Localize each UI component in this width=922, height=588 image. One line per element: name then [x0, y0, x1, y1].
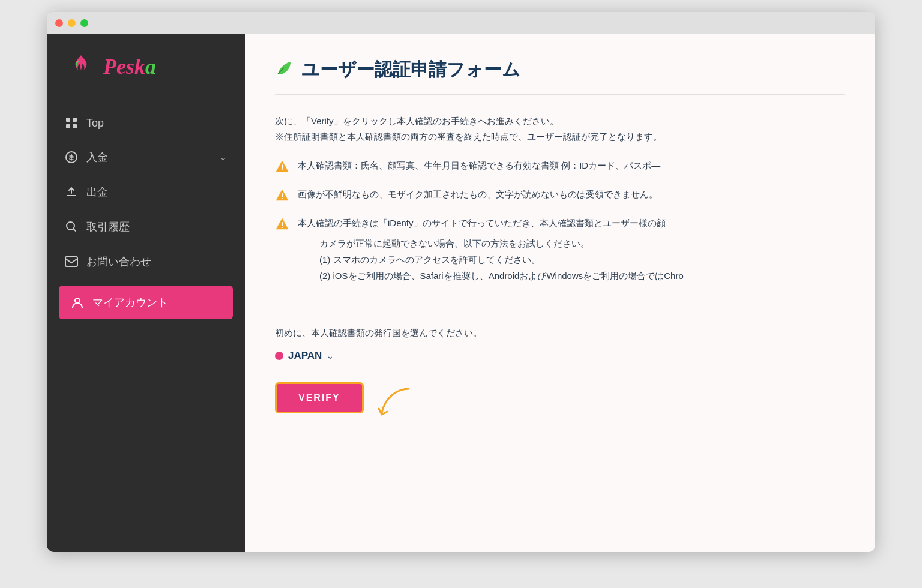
- app-window: Peska Top: [47, 12, 875, 552]
- svg-rect-1: [66, 118, 70, 122]
- warning-text-2: 画像が不鮮明なもの、モザイク加工されたもの、文字が読めないものは受領できません。: [298, 187, 658, 202]
- camera-tip1: (1) スマホのカメラへのアクセスを許可してください。: [319, 251, 684, 268]
- sidebar-item-account-label: マイアカウント: [92, 295, 221, 310]
- camera-notice-title: カメラが正常に起動できない場合、以下の方法をお試しください。: [319, 235, 684, 251]
- warning-item-2: 画像が不鮮明なもの、モザイク加工されたもの、文字が読めないものは受領できません。: [275, 187, 845, 206]
- description-line2: ※住所証明書類と本人確認書類の両方の審査を終えた時点で、ユーザー認証が完了となり…: [275, 129, 845, 145]
- warning-icon-2: [275, 188, 289, 206]
- sidebar-item-contact[interactable]: お問い合わせ: [47, 245, 245, 278]
- warning-icon-1: [275, 160, 289, 178]
- grid-icon: [65, 116, 78, 130]
- svg-rect-3: [66, 124, 70, 128]
- logo-area: Peska: [47, 34, 245, 101]
- camera-tip2: (2) iOSをご利用の場合、Safariを推奨し、AndroidおよびWind…: [319, 268, 684, 284]
- verify-button[interactable]: VERIFY: [275, 382, 364, 413]
- sidebar-item-history-label: 取引履歴: [86, 220, 227, 234]
- warning-text-3: 本人確認の手続きは「iDenfy」のサイトで行っていただき、本人確認書類とユーザ…: [298, 216, 684, 230]
- logo-icon: [65, 50, 97, 83]
- warning-item-1: 本人確認書類：氏名、顔写真、生年月日を確認できる有効な書類 例：IDカード、パス…: [275, 158, 845, 178]
- svg-point-10: [282, 169, 283, 170]
- sidebar-navigation: Top 入金 ⌄: [47, 101, 245, 331]
- svg-point-12: [282, 227, 283, 228]
- country-chevron-icon: ⌄: [327, 351, 334, 361]
- sidebar-item-top-label: Top: [86, 117, 227, 130]
- description-line1: 次に、「Verify」をクリックし本人確認のお手続きへお進みください。: [275, 113, 845, 129]
- verify-container: VERIFY: [275, 380, 845, 416]
- user-icon: [71, 296, 84, 309]
- country-dot: [275, 352, 283, 360]
- page-title: ユーザー認証申請フォーム: [301, 58, 520, 82]
- sidebar-item-withdraw[interactable]: 出金: [47, 175, 245, 209]
- select-country-label: 初めに、本人確認書類の発行国を選んでください。: [275, 328, 845, 339]
- warning-item-3-content: 本人確認の手続きは「iDenfy」のサイトで行っていただき、本人確認書類とユーザ…: [298, 216, 684, 298]
- svg-rect-4: [73, 124, 77, 128]
- sidebar-item-history[interactable]: 取引履歴: [47, 210, 245, 244]
- close-button[interactable]: [55, 19, 63, 27]
- svg-rect-6: [67, 195, 76, 196]
- sidebar-item-withdraw-label: 出金: [86, 185, 227, 199]
- coin-icon: [65, 151, 78, 164]
- chevron-down-icon: ⌄: [220, 152, 227, 162]
- mail-icon: [65, 255, 78, 268]
- main-content: ユーザー認証申請フォーム 次に、「Verify」をクリックし本人確認のお手続きへ…: [245, 34, 875, 552]
- warning-text-1: 本人確認書類：氏名、顔写真、生年月日を確認できる有効な書類 例：IDカード、パス…: [298, 158, 660, 173]
- maximize-button[interactable]: [80, 19, 88, 27]
- minimize-button[interactable]: [68, 19, 76, 27]
- warning-item-3: 本人確認の手続きは「iDenfy」のサイトで行っていただき、本人確認書類とユーザ…: [275, 216, 845, 298]
- svg-point-11: [282, 198, 283, 199]
- sidebar: Peska Top: [47, 34, 245, 552]
- sidebar-item-contact-label: お問い合わせ: [86, 254, 227, 269]
- sidebar-item-deposit-label: 入金: [86, 150, 211, 164]
- titlebar: [47, 12, 875, 34]
- page-header: ユーザー認証申請フォーム: [275, 58, 845, 95]
- country-name: JAPAN: [288, 350, 322, 362]
- sidebar-item-deposit[interactable]: 入金 ⌄: [47, 140, 245, 174]
- camera-section: カメラが正常に起動できない場合、以下の方法をお試しください。 (1) スマホのカ…: [319, 235, 684, 284]
- svg-point-9: [75, 298, 80, 303]
- sidebar-item-account[interactable]: マイアカウント: [59, 286, 233, 319]
- country-selector[interactable]: JAPAN ⌄: [275, 350, 845, 362]
- svg-rect-2: [73, 118, 77, 122]
- sidebar-item-top[interactable]: Top: [47, 107, 245, 139]
- description-text: 次に、「Verify」をクリックし本人確認のお手続きへお進みください。 ※住所証…: [275, 113, 845, 144]
- warning-icon-3: [275, 217, 289, 235]
- arrow-indicator: [373, 386, 421, 422]
- logo-text: Peska: [103, 54, 156, 79]
- upload-icon: [65, 185, 78, 199]
- leaf-icon: [275, 59, 293, 81]
- warning-list: 本人確認書類：氏名、顔写真、生年月日を確認できる有効な書類 例：IDカード、パス…: [275, 158, 845, 298]
- app-body: Peska Top: [47, 34, 875, 552]
- divider: [275, 313, 845, 313]
- search-icon: [65, 220, 78, 233]
- svg-rect-8: [65, 257, 77, 266]
